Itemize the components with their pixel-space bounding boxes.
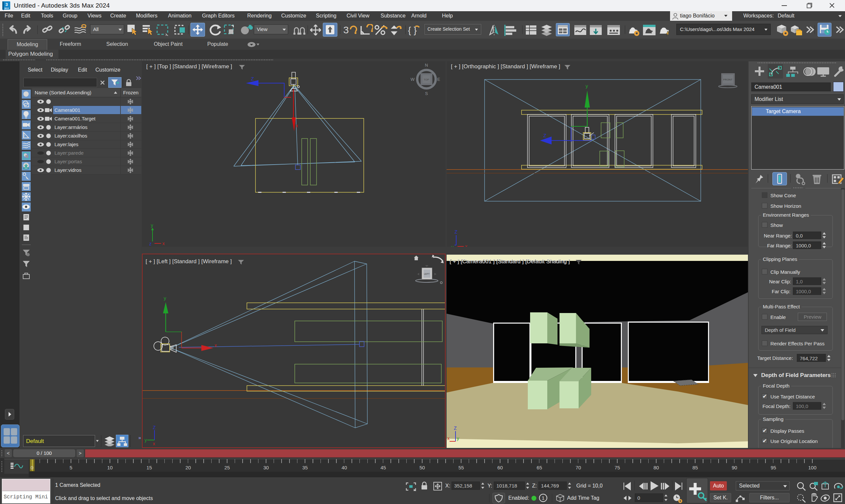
- svg-text:N: N: [425, 63, 428, 68]
- svg-text:x: x: [296, 123, 298, 128]
- svg-text:S: S: [425, 91, 428, 96]
- svg-text:y: y: [151, 223, 153, 228]
- svg-text:z: z: [149, 241, 152, 246]
- svg-text:x: x: [465, 244, 468, 247]
- svg-text:x: x: [447, 436, 450, 441]
- svg-text:x: x: [214, 343, 217, 348]
- svg-text:3: 3: [5, 2, 7, 7]
- svg-text:FRONT: FRONT: [723, 78, 733, 81]
- svg-text:y: y: [457, 436, 459, 441]
- svg-text:Z: Z: [251, 76, 254, 82]
- svg-text:y: y: [585, 83, 588, 89]
- svg-text:y: y: [145, 437, 147, 443]
- svg-text:y: y: [164, 295, 166, 301]
- svg-text:Z: Z: [455, 229, 457, 235]
- svg-text:Z: Z: [454, 426, 457, 431]
- svg-text:E: E: [437, 77, 440, 82]
- svg-text:x: x: [153, 441, 155, 446]
- svg-text:x: x: [162, 241, 165, 246]
- svg-text:y: y: [451, 245, 454, 247]
- svg-text:W: W: [411, 77, 415, 82]
- svg-text:LEFT: LEFT: [424, 273, 430, 275]
- svg-text:TOP: TOP: [424, 78, 429, 81]
- svg-text:3: 3: [343, 24, 349, 35]
- svg-text:MAX: MAX: [4, 7, 8, 9]
- svg-text:Z: Z: [543, 132, 546, 138]
- svg-text:Z: Z: [153, 425, 156, 430]
